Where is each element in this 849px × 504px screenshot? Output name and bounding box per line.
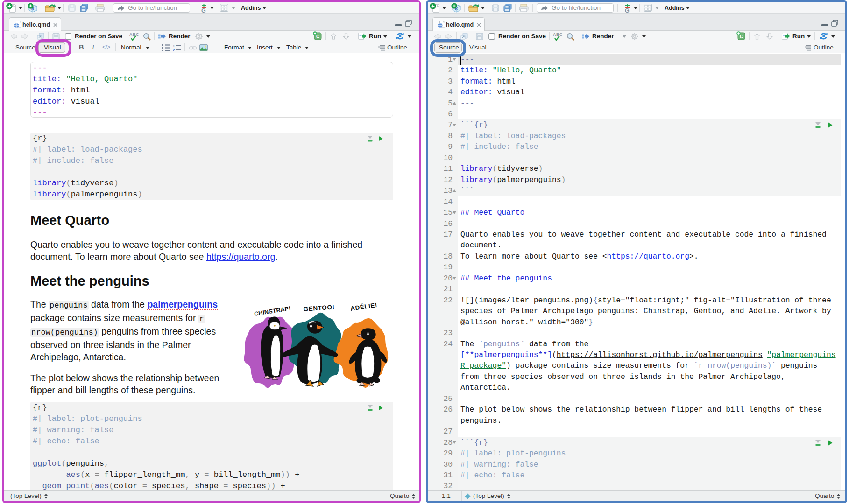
svg-text:G: G [201, 7, 206, 13]
svg-text:C: C [316, 34, 319, 39]
svg-text:CHINSTRAP!: CHINSTRAP! [254, 305, 291, 317]
svg-text:ABC: ABC [553, 32, 563, 37]
svg-text:ABC: ABC [129, 32, 139, 37]
svg-text:1: 1 [173, 44, 175, 48]
svg-text:ADÉLIE!: ADÉLIE! [350, 301, 378, 312]
svg-text:C: C [740, 34, 743, 39]
svg-text:G: G [625, 7, 630, 13]
svg-text:2: 2 [173, 48, 175, 52]
svg-text:GENTOO!: GENTOO! [303, 303, 335, 313]
